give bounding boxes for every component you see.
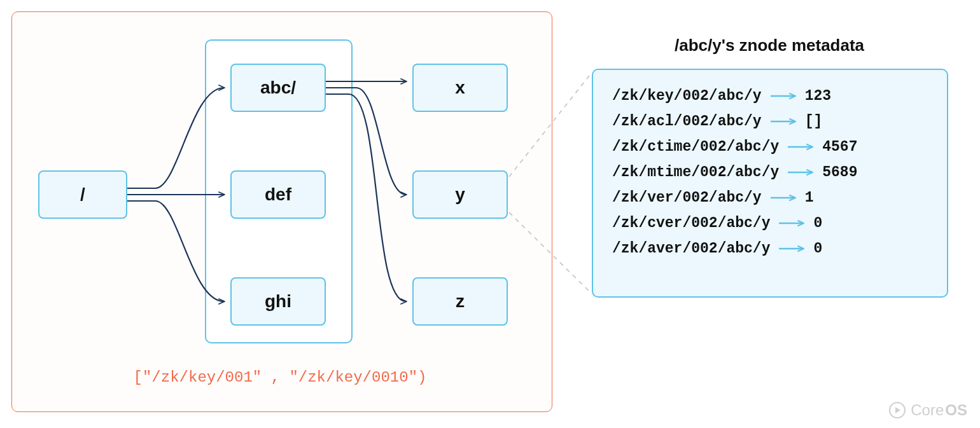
metadata-row: /zk/ver/002/abc/y1: [612, 190, 928, 206]
metadata-key: /zk/acl/002/abc/y: [612, 113, 762, 130]
node-abc: abc/: [230, 64, 326, 112]
metadata-key: /zk/ver/002/abc/y: [612, 190, 762, 206]
node-z: z: [412, 277, 508, 326]
diagram-stage: / abc/ def ghi x y z ["/zk/key/001" , "/…: [0, 0, 980, 428]
arrow-right-icon: [787, 142, 816, 152]
node-label: x: [455, 78, 465, 98]
logo-text-suffix: OS: [945, 401, 967, 419]
metadata-value: 1: [805, 190, 814, 206]
metadata-value: 5689: [822, 164, 857, 181]
metadata-value: 4567: [822, 139, 857, 155]
metadata-row: /zk/mtime/002/abc/y5689: [612, 164, 928, 181]
metadata-title: /abc/y's znode metadata: [675, 36, 864, 55]
metadata-row: /zk/acl/002/abc/y[]: [612, 113, 928, 130]
metadata-key: /zk/ctime/002/abc/y: [612, 139, 779, 155]
metadata-row: /zk/key/002/abc/y123: [612, 88, 928, 104]
node-x: x: [412, 64, 508, 112]
node-label: y: [455, 184, 465, 205]
arrow-right-icon: [787, 167, 816, 177]
node-def: def: [230, 170, 326, 219]
metadata-value: []: [805, 113, 823, 130]
node-ghi: ghi: [230, 277, 326, 326]
key-range-label: ["/zk/key/001" , "/zk/key/0010"): [83, 369, 477, 386]
arrow-right-icon: [769, 91, 799, 101]
coreos-logo: CoreOS: [889, 401, 967, 419]
metadata-key: /zk/aver/002/abc/y: [612, 240, 770, 257]
node-root: /: [38, 170, 127, 219]
metadata-row: /zk/aver/002/abc/y0: [612, 240, 928, 257]
coreos-logo-icon: [889, 402, 906, 418]
node-label: z: [456, 291, 465, 312]
arrow-right-icon: [769, 116, 799, 127]
metadata-key: /zk/mtime/002/abc/y: [612, 164, 779, 181]
arrow-right-icon: [769, 193, 799, 203]
metadata-key: /zk/cver/002/abc/y: [612, 215, 770, 231]
metadata-panel: /zk/key/002/abc/y123/zk/acl/002/abc/y[]/…: [592, 69, 948, 298]
metadata-row: /zk/ctime/002/abc/y4567: [612, 139, 928, 155]
arrow-right-icon: [778, 244, 807, 254]
metadata-value: 0: [813, 240, 822, 257]
node-label: /: [80, 184, 85, 205]
arrow-right-icon: [778, 218, 807, 228]
node-y: y: [412, 170, 508, 219]
node-label: abc/: [260, 78, 296, 98]
metadata-key: /zk/key/002/abc/y: [612, 88, 762, 104]
node-label: def: [265, 184, 291, 205]
metadata-row: /zk/cver/002/abc/y0: [612, 215, 928, 231]
logo-text-prefix: Core: [911, 401, 944, 419]
metadata-value: 123: [805, 88, 831, 104]
metadata-value: 0: [813, 215, 822, 231]
node-label: ghi: [265, 291, 291, 312]
